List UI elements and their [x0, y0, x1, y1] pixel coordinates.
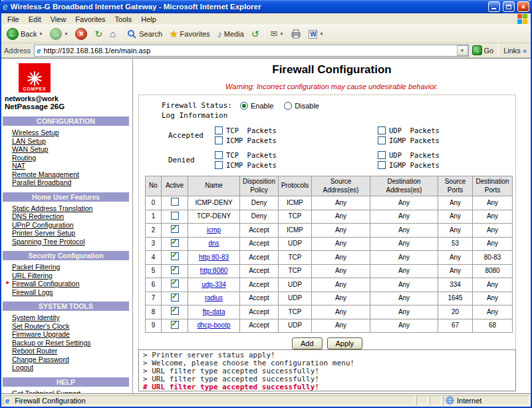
sidebar-item-change-password[interactable]: Change Password [1, 355, 132, 363]
favorites-button[interactable]: ★ Favorites [166, 28, 213, 40]
denied-igmp-packets-option[interactable]: IGMP Packets [378, 161, 440, 169]
rule-name-link-http-80-83[interactable]: http:80-83 [199, 254, 229, 261]
disable-radio[interactable] [284, 102, 292, 110]
search-button[interactable]: Search [124, 28, 166, 41]
edit-button[interactable]: W ▼ [305, 29, 327, 40]
sidebar-item-printer-server-setup[interactable]: Printer Server Setup [1, 228, 132, 237]
add-button[interactable]: Add [292, 337, 323, 349]
menu-file[interactable]: File [3, 15, 24, 24]
rule-active-checkbox-4[interactable] [171, 252, 179, 260]
rule-name-link-http-8080[interactable]: http:8080 [200, 267, 228, 274]
close-button[interactable]: × [517, 1, 529, 12]
sidebar-item-wireless-setup[interactable]: Wireless Setup [1, 128, 132, 136]
denied-tcp-packets-checkbox[interactable] [215, 151, 223, 159]
rule-name-link-ftp-data[interactable]: ftp-data [203, 308, 225, 315]
sidebar-item-upnp-configuration[interactable]: UPnP Configuration [1, 220, 132, 229]
go-button[interactable]: → Go [472, 45, 494, 55]
menu-edit[interactable]: Edit [24, 15, 46, 24]
denied-icmp-packets-checkbox[interactable] [215, 161, 223, 169]
sidebar-item-firmware-upgrade[interactable]: Firmware Upgrade [1, 329, 132, 338]
address-input[interactable] [43, 46, 456, 55]
sidebar-item-dns-redirection[interactable]: DNS Redirection [1, 212, 132, 220]
rule-active-checkbox-0[interactable] [171, 198, 179, 206]
cell-source: Any [312, 196, 370, 210]
history-button[interactable]: ↺ [248, 28, 263, 40]
sidebar-item-system-identity[interactable]: System Identity [1, 313, 132, 321]
sidebar-item-spanning-tree-protocol[interactable]: Spanning Tree Protocol [1, 237, 132, 246]
sidebar-item-lan-setup[interactable]: LAN Setup [1, 136, 132, 145]
sidebar-item-nat[interactable]: NAT [1, 161, 132, 170]
rule-name-link-dhcp-bootp[interactable]: dhcp-bootp [197, 321, 230, 329]
accepted-udp-packets-checkbox[interactable] [378, 126, 386, 134]
denied-tcp-packets-option[interactable]: TCP Packets [215, 151, 378, 159]
packet-grid-accepted: TCP PacketsICMP PacketsUDP PacketsIGMP P… [215, 125, 440, 145]
rule-name-link-udp-334[interactable]: udp-334 [201, 281, 226, 288]
enable-radio[interactable] [240, 102, 248, 110]
rule-active-checkbox-3[interactable] [171, 239, 179, 247]
rule-name-link-dns[interactable]: dns [208, 240, 219, 247]
rule-name-link-icmp[interactable]: icmp [207, 226, 221, 234]
home-button[interactable]: ⌂ [106, 28, 119, 40]
sidebar-item-set-router-s-clock[interactable]: Set Router's Clock [1, 321, 132, 330]
disable-radio-option[interactable]: Disable [284, 102, 319, 110]
sidebar-item-logout[interactable]: Logout [1, 363, 132, 371]
accepted-tcp-packets-option[interactable]: TCP Packets [215, 126, 378, 134]
back-dropdown-icon[interactable]: ▼ [39, 32, 43, 36]
print-button[interactable] [287, 28, 305, 40]
sidebar-item-url-filtering[interactable]: URL Filtering [1, 271, 132, 280]
sidebar-item-wan-setup[interactable]: WAN Setup [1, 144, 132, 153]
sidebar-item-get-technical-support[interactable]: Get Technical Support [1, 389, 132, 394]
sidebar-item-label: Routing [12, 154, 36, 162]
main-panel: Firewall Configuration Warning: Incorrec… [133, 59, 531, 393]
brand-tagline: networks@work [1, 95, 132, 102]
forward-dropdown-icon[interactable]: ▼ [64, 32, 68, 36]
back-button[interactable]: ← Back ▼ [3, 27, 46, 41]
rule-active-checkbox-6[interactable] [171, 280, 179, 288]
menu-tools[interactable]: Tools [110, 15, 137, 24]
rule-active-checkbox-9[interactable] [171, 321, 179, 329]
accepted-igmp-packets-checkbox[interactable] [378, 136, 386, 144]
apply-button[interactable]: Apply [327, 337, 363, 349]
accepted-igmp-packets-option[interactable]: IGMP Packets [378, 136, 440, 144]
accepted-tcp-packets-checkbox[interactable] [215, 126, 223, 134]
sidebar-item-static-address-translation[interactable]: Static Address Translation [1, 204, 132, 212]
rule-active-checkbox-2[interactable] [171, 225, 179, 233]
mail-dropdown-icon[interactable]: ▼ [279, 32, 283, 36]
menu-help[interactable]: Help [136, 15, 161, 24]
sidebar-item-firewall-logs[interactable]: Firewall Logs [1, 288, 132, 296]
rule-active-checkbox-1[interactable] [171, 212, 179, 220]
rule-active-checkbox-7[interactable] [171, 294, 179, 302]
sidebar-item-routing[interactable]: Routing [1, 153, 132, 162]
sidebar-item-firewall-configuration[interactable]: ►Firewall Configuration [1, 279, 132, 288]
rule-name-link-radius[interactable]: radius [205, 294, 223, 302]
sidebar-item-reboot-router[interactable]: Reboot Router [1, 346, 132, 355]
menu-favorites[interactable]: Favorites [70, 15, 110, 24]
rule-active-checkbox-8[interactable] [171, 307, 179, 315]
sidebar-item-backup-or-reset-settings[interactable]: Backup or Reset Settings [1, 338, 132, 347]
denied-icmp-packets-option[interactable]: ICMP Packets [215, 161, 378, 169]
mail-button[interactable]: ✉ ▼ [267, 28, 287, 40]
minimize-button[interactable] [488, 1, 500, 12]
address-dropdown-button[interactable]: ▼ [457, 45, 468, 56]
refresh-button[interactable]: ↻ [91, 28, 106, 40]
title-bar[interactable]: e Wireless-G Broadband Internet Gateway … [0, 0, 532, 13]
sidebar-item-parallel-broadband[interactable]: Parallel Broadband [1, 178, 132, 186]
denied-igmp-packets-checkbox[interactable] [378, 161, 386, 169]
add-apply-row: Add Apply [142, 337, 513, 349]
menu-view[interactable]: View [46, 15, 71, 24]
enable-radio-option[interactable]: Enable [240, 102, 273, 110]
sidebar-item-remote-management[interactable]: Remote Management [1, 170, 132, 178]
denied-udp-packets-checkbox[interactable] [378, 151, 386, 159]
stop-button[interactable]: × [72, 27, 90, 41]
denied-udp-packets-option[interactable]: UDP Packets [378, 151, 440, 159]
accepted-icmp-packets-checkbox[interactable] [215, 136, 223, 144]
forward-button[interactable]: → ▼ [47, 27, 71, 41]
links-button[interactable]: Links » [503, 47, 528, 55]
rule-active-checkbox-5[interactable] [171, 266, 179, 274]
edit-dropdown-icon[interactable]: ▼ [319, 32, 323, 36]
maximize-button[interactable] [503, 1, 515, 12]
accepted-icmp-packets-option[interactable]: ICMP Packets [215, 136, 378, 144]
media-button[interactable]: ♪ Media [214, 28, 247, 40]
sidebar-item-packet-filtering[interactable]: Packet Filtering [1, 262, 132, 271]
accepted-udp-packets-option[interactable]: UDP Packets [378, 126, 440, 134]
